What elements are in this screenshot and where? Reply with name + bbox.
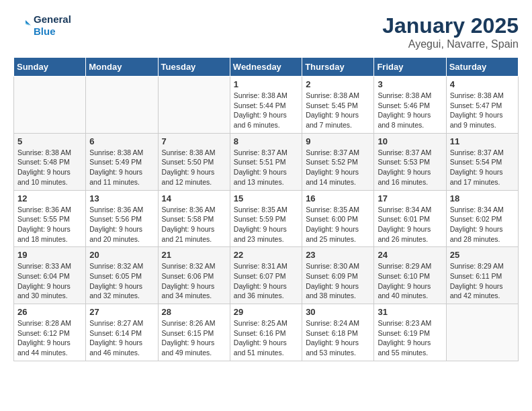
cell-day-number: 6 xyxy=(89,136,154,146)
cell-sunset: Sunset: 6:16 PM xyxy=(234,328,298,338)
cell-day-number: 11 xyxy=(450,136,515,146)
cell-daylight: Daylight: 9 hours and 9 minutes. xyxy=(450,110,515,130)
cell-sunrise: Sunrise: 8:34 AM xyxy=(378,205,442,215)
cell-sunrise: Sunrise: 8:29 AM xyxy=(378,261,442,271)
cell-sunset: Sunset: 5:48 PM xyxy=(17,157,82,167)
cell-sunset: Sunset: 6:04 PM xyxy=(17,271,82,281)
cell-sunrise: Sunrise: 8:38 AM xyxy=(450,91,515,101)
cell-day-number: 20 xyxy=(89,250,154,260)
calendar-cell: 9 Sunrise: 8:37 AM Sunset: 5:52 PM Dayli… xyxy=(302,133,374,190)
cell-sunrise: Sunrise: 8:35 AM xyxy=(234,205,298,215)
cell-day-number: 15 xyxy=(234,193,298,203)
cell-sunrise: Sunrise: 8:37 AM xyxy=(234,148,298,158)
calendar-cell: 21 Sunrise: 8:32 AM Sunset: 6:06 PM Dayl… xyxy=(158,247,230,304)
cell-sunset: Sunset: 5:52 PM xyxy=(306,157,370,167)
cell-daylight: Daylight: 9 hours and 20 minutes. xyxy=(89,224,154,244)
cell-daylight: Daylight: 9 hours and 46 minutes. xyxy=(89,338,154,357)
calendar-cell: 8 Sunrise: 8:37 AM Sunset: 5:51 PM Dayli… xyxy=(230,133,302,190)
cell-daylight: Daylight: 9 hours and 11 minutes. xyxy=(89,167,154,187)
cell-sunset: Sunset: 6:01 PM xyxy=(378,214,442,224)
calendar-cell: 24 Sunrise: 8:29 AM Sunset: 6:10 PM Dayl… xyxy=(374,247,446,304)
cell-sunset: Sunset: 5:56 PM xyxy=(89,214,154,224)
calendar-cell xyxy=(446,304,518,361)
cell-daylight: Daylight: 9 hours and 10 minutes. xyxy=(17,167,82,187)
cell-sunset: Sunset: 5:49 PM xyxy=(89,157,154,167)
calendar-cell: 18 Sunrise: 8:34 AM Sunset: 6:02 PM Dayl… xyxy=(446,190,518,247)
cell-daylight: Daylight: 9 hours and 38 minutes. xyxy=(306,281,370,301)
calendar-cell: 16 Sunrise: 8:35 AM Sunset: 6:00 PM Dayl… xyxy=(302,190,374,247)
cell-day-number: 29 xyxy=(234,307,298,317)
logo: General Blue xyxy=(13,13,71,38)
cell-sunset: Sunset: 5:59 PM xyxy=(234,214,298,224)
calendar-cell: 27 Sunrise: 8:27 AM Sunset: 6:14 PM Dayl… xyxy=(86,304,158,361)
calendar-cell: 14 Sunrise: 8:36 AM Sunset: 5:58 PM Dayl… xyxy=(158,190,230,247)
cell-daylight: Daylight: 9 hours and 21 minutes. xyxy=(162,224,226,244)
calendar-cell: 4 Sunrise: 8:38 AM Sunset: 5:47 PM Dayli… xyxy=(446,77,518,134)
cell-sunset: Sunset: 6:19 PM xyxy=(378,328,442,338)
weekday-header-row: SundayMondayTuesdayWednesdayThursdayFrid… xyxy=(14,58,519,77)
cell-sunrise: Sunrise: 8:36 AM xyxy=(89,205,154,215)
weekday-saturday: Saturday xyxy=(446,58,518,77)
cell-day-number: 13 xyxy=(89,193,154,203)
cell-sunrise: Sunrise: 8:23 AM xyxy=(378,318,442,328)
cell-sunrise: Sunrise: 8:37 AM xyxy=(306,148,370,158)
cell-day-number: 8 xyxy=(234,136,298,146)
calendar-cell: 1 Sunrise: 8:38 AM Sunset: 5:44 PM Dayli… xyxy=(230,77,302,134)
cell-sunrise: Sunrise: 8:36 AM xyxy=(17,205,82,215)
cell-sunrise: Sunrise: 8:37 AM xyxy=(450,148,515,158)
cell-sunrise: Sunrise: 8:32 AM xyxy=(162,261,226,271)
svg-marker-2 xyxy=(26,21,30,26)
cell-day-number: 21 xyxy=(162,250,226,260)
week-row-5: 26 Sunrise: 8:28 AM Sunset: 6:12 PM Dayl… xyxy=(14,304,519,361)
calendar-cell: 5 Sunrise: 8:38 AM Sunset: 5:48 PM Dayli… xyxy=(14,133,86,190)
cell-day-number: 23 xyxy=(306,250,370,260)
cell-daylight: Daylight: 9 hours and 16 minutes. xyxy=(378,167,442,187)
cell-daylight: Daylight: 9 hours and 44 minutes. xyxy=(17,338,82,357)
calendar-cell: 28 Sunrise: 8:26 AM Sunset: 6:15 PM Dayl… xyxy=(158,304,230,361)
cell-day-number: 4 xyxy=(450,79,515,89)
cell-day-number: 17 xyxy=(378,193,442,203)
cell-sunset: Sunset: 6:11 PM xyxy=(450,271,515,281)
cell-daylight: Daylight: 9 hours and 13 minutes. xyxy=(234,167,298,187)
cell-day-number: 14 xyxy=(162,193,226,203)
weekday-tuesday: Tuesday xyxy=(158,58,230,77)
calendar-cell: 29 Sunrise: 8:25 AM Sunset: 6:16 PM Dayl… xyxy=(230,304,302,361)
cell-sunrise: Sunrise: 8:26 AM xyxy=(162,318,226,328)
cell-daylight: Daylight: 9 hours and 34 minutes. xyxy=(162,281,226,301)
cell-daylight: Daylight: 9 hours and 12 minutes. xyxy=(162,167,226,187)
cell-daylight: Daylight: 9 hours and 17 minutes. xyxy=(450,167,515,187)
cell-sunset: Sunset: 5:46 PM xyxy=(378,101,442,111)
cell-sunrise: Sunrise: 8:32 AM xyxy=(89,261,154,271)
calendar-title: January 2025 xyxy=(382,13,519,38)
cell-daylight: Daylight: 9 hours and 26 minutes. xyxy=(378,224,442,244)
calendar-cell: 31 Sunrise: 8:23 AM Sunset: 6:19 PM Dayl… xyxy=(374,304,446,361)
calendar-cell: 7 Sunrise: 8:38 AM Sunset: 5:50 PM Dayli… xyxy=(158,133,230,190)
calendar-cell: 25 Sunrise: 8:29 AM Sunset: 6:11 PM Dayl… xyxy=(446,247,518,304)
calendar-cell xyxy=(158,77,230,134)
calendar-cell: 30 Sunrise: 8:24 AM Sunset: 6:18 PM Dayl… xyxy=(302,304,374,361)
page-header: General Blue January 2025 Ayegui, Navarr… xyxy=(13,13,519,50)
cell-day-number: 30 xyxy=(306,307,370,317)
calendar-cell: 11 Sunrise: 8:37 AM Sunset: 5:54 PM Dayl… xyxy=(446,133,518,190)
calendar-cell: 10 Sunrise: 8:37 AM Sunset: 5:53 PM Dayl… xyxy=(374,133,446,190)
calendar-cell: 22 Sunrise: 8:31 AM Sunset: 6:07 PM Dayl… xyxy=(230,247,302,304)
cell-sunset: Sunset: 6:10 PM xyxy=(378,271,442,281)
cell-daylight: Daylight: 9 hours and 55 minutes. xyxy=(378,338,442,357)
cell-daylight: Daylight: 9 hours and 6 minutes. xyxy=(234,110,298,130)
cell-sunset: Sunset: 6:07 PM xyxy=(234,271,298,281)
cell-sunrise: Sunrise: 8:38 AM xyxy=(17,148,82,158)
cell-day-number: 16 xyxy=(306,193,370,203)
cell-sunset: Sunset: 6:09 PM xyxy=(306,271,370,281)
cell-daylight: Daylight: 9 hours and 14 minutes. xyxy=(306,167,370,187)
cell-daylight: Daylight: 9 hours and 7 minutes. xyxy=(306,110,370,130)
cell-daylight: Daylight: 9 hours and 53 minutes. xyxy=(306,338,370,357)
cell-sunset: Sunset: 5:58 PM xyxy=(162,214,226,224)
calendar-cell: 3 Sunrise: 8:38 AM Sunset: 5:46 PM Dayli… xyxy=(374,77,446,134)
title-block: January 2025 Ayegui, Navarre, Spain xyxy=(382,13,519,50)
calendar-cell: 2 Sunrise: 8:38 AM Sunset: 5:45 PM Dayli… xyxy=(302,77,374,134)
cell-daylight: Daylight: 9 hours and 8 minutes. xyxy=(378,110,442,130)
cell-sunset: Sunset: 6:00 PM xyxy=(306,214,370,224)
cell-sunset: Sunset: 5:45 PM xyxy=(306,101,370,111)
calendar-body: 1 Sunrise: 8:38 AM Sunset: 5:44 PM Dayli… xyxy=(14,77,519,361)
cell-sunrise: Sunrise: 8:35 AM xyxy=(306,205,370,215)
